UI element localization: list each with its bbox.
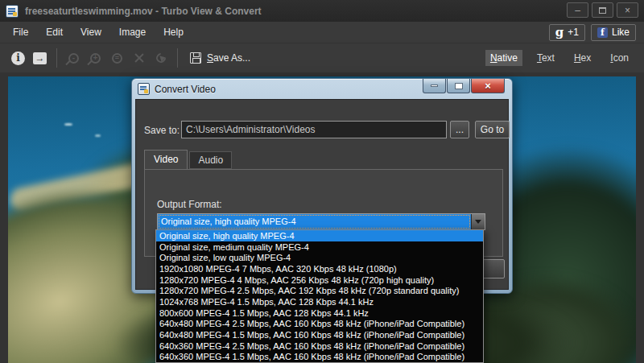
format-option[interactable]: 640x480 MPEG-4 2.5 Mbps, AAC 160 Kbps 48…	[156, 318, 483, 329]
combobox-selected-value: Original size, high quality MPEG-4	[158, 214, 471, 229]
rotate-button	[150, 47, 171, 69]
minimize-icon: –	[575, 6, 580, 15]
mode-text[interactable]: Text	[532, 50, 559, 66]
minimize-icon	[431, 85, 438, 87]
format-option[interactable]: 800x600 MPEG-4 1.5 Mbps, AAC 128 Kbps 44…	[156, 307, 483, 319]
save-as-button[interactable]: Save As...	[184, 52, 257, 64]
open-file-icon: →	[33, 52, 47, 64]
mode-hex[interactable]: Hex	[569, 50, 596, 66]
close-icon: ×	[485, 80, 491, 91]
toolbar-separator	[177, 48, 178, 68]
view-mode-switcher: Native Text Hex Icon	[485, 50, 637, 66]
format-option[interactable]: 1920x1080 MPEG-4 7 Mbps, AAC 320 Kbps 48…	[156, 263, 483, 274]
rotate-icon	[154, 52, 167, 65]
tab-audio[interactable]: Audio	[189, 151, 232, 169]
menu-bar: File Edit View Image Help g +1 f Like	[0, 22, 644, 43]
open-button[interactable]: →	[29, 47, 51, 69]
like-label: Like	[612, 27, 630, 38]
dialog-title: Convert Video	[155, 84, 216, 95]
menu-help[interactable]: Help	[155, 23, 192, 41]
menu-view[interactable]: View	[72, 23, 110, 41]
close-button[interactable]: ×	[617, 2, 638, 18]
menu-file[interactable]: File	[4, 23, 37, 41]
plus-one-label: +1	[568, 27, 579, 38]
main-window: freeseaturtleswimming.mov - Turbo View &…	[0, 0, 644, 363]
mode-icon[interactable]: Icon	[605, 50, 634, 66]
menu-image[interactable]: Image	[110, 23, 155, 41]
info-button[interactable]: i	[7, 47, 29, 69]
close-icon: ×	[625, 6, 630, 15]
fit-to-screen-icon	[134, 52, 145, 64]
format-option[interactable]: Original size, low quality MPEG-4	[156, 252, 483, 263]
window-title: freeseaturtleswimming.mov - Turbo View &…	[25, 6, 262, 17]
output-format-label: Output Format:	[157, 199, 222, 210]
facebook-icon: f	[597, 27, 608, 38]
minimize-button[interactable]: –	[567, 2, 588, 18]
menu-edit[interactable]: Edit	[37, 23, 72, 41]
go-to-button[interactable]: Go to	[475, 121, 510, 138]
format-option[interactable]: Original size, medium quality MPEG-4	[156, 241, 483, 253]
combobox-dropdown-button[interactable]	[471, 214, 485, 229]
dialog-icon	[138, 83, 150, 95]
actual-size-button: =	[106, 47, 128, 69]
tab-video[interactable]: Video	[144, 150, 188, 169]
zoom-out-icon: -	[68, 53, 79, 64]
app-icon	[6, 5, 19, 18]
mode-native[interactable]: Native	[485, 50, 522, 66]
dialog-minimize-button[interactable]	[423, 79, 446, 93]
format-option[interactable]: Original size, high quality MPEG-4	[156, 230, 483, 241]
zoom-out-button: -	[63, 47, 85, 69]
chevron-down-icon	[475, 220, 481, 227]
zoom-in-button: +	[85, 47, 106, 69]
save-as-label: Save As...	[207, 52, 250, 64]
format-option[interactable]: 1280x720 MPEG-4 2.5 Mbps, AAC 192 Kbps 4…	[156, 285, 483, 296]
fish	[95, 134, 101, 137]
save-icon	[190, 52, 201, 64]
save-to-label: Save to:	[144, 125, 180, 136]
window-titlebar: freeseaturtleswimming.mov - Turbo View &…	[0, 0, 644, 22]
maximize-button[interactable]	[592, 2, 613, 18]
dialog-tabs: Video Audio	[144, 150, 232, 169]
toolbar: i → - + = Save As... Native Text Hex	[0, 43, 644, 72]
output-format-dropdown-list: Original size, high quality MPEG-4 Origi…	[155, 229, 484, 363]
window-controls: – ×	[567, 2, 638, 18]
maximize-icon	[455, 83, 463, 89]
format-option[interactable]: 640x360 MPEG-4 2.5 Mbps, AAC 160 Kbps 48…	[156, 340, 483, 352]
info-icon: i	[11, 52, 25, 65]
format-option[interactable]: 640x360 MPEG-4 1.5 Mbps, AAC 160 Kbps 48…	[156, 351, 483, 362]
fit-to-screen-button	[128, 47, 150, 69]
dialog-close-button[interactable]: ×	[471, 79, 505, 93]
save-to-input[interactable]	[181, 121, 447, 138]
browse-button[interactable]: ...	[450, 121, 469, 138]
dialog-maximize-button[interactable]	[447, 79, 470, 93]
toolbar-separator	[56, 48, 57, 68]
facebook-like-button[interactable]: f Like	[591, 24, 636, 41]
social-buttons: g +1 f Like	[549, 24, 636, 41]
maximize-icon	[599, 7, 606, 14]
zoom-in-icon: +	[90, 53, 101, 64]
format-option[interactable]: 1280x720 MPEG-4 4 Mbps, AAC 256 Kbps 48 …	[156, 274, 483, 286]
google-plus-one-button[interactable]: g +1	[549, 24, 585, 41]
actual-size-icon: =	[112, 53, 122, 64]
output-format-combobox[interactable]: Original size, high quality MPEG-4	[157, 213, 485, 230]
dialog-caption-buttons: ×	[423, 79, 505, 93]
fish	[64, 123, 72, 126]
format-option[interactable]: 640x480 MPEG-4 1.5 Mbps, AAC 160 Kbps 48…	[156, 329, 483, 340]
format-option[interactable]: 1024x768 MPEG-4 1.5 Mbps, AAC 128 Kbps 4…	[156, 296, 483, 307]
google-icon: g	[555, 27, 564, 39]
